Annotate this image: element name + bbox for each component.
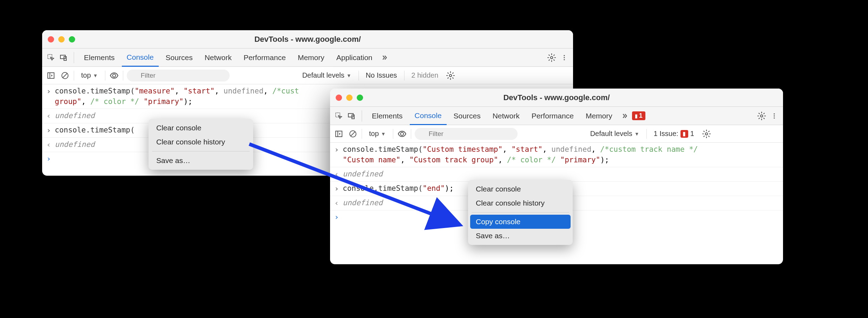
- console-settings-icon[interactable]: [701, 129, 712, 139]
- clear-console-icon[interactable]: [348, 129, 358, 139]
- sidebar-toggle-icon[interactable]: [46, 70, 56, 81]
- zoom-button[interactable]: [357, 95, 363, 101]
- tab-performance[interactable]: Performance: [239, 48, 291, 67]
- inspect-icon[interactable]: [46, 52, 56, 63]
- svg-line-23: [351, 132, 355, 136]
- svg-point-25: [705, 132, 708, 135]
- titlebar: DevTools - www.google.com/: [330, 89, 783, 107]
- tab-bar: Elements Console Sources Network Perform…: [42, 48, 573, 67]
- svg-point-12: [449, 74, 452, 77]
- window-title: DevTools - www.google.com/: [330, 93, 783, 102]
- inspect-icon[interactable]: [334, 111, 344, 121]
- window-title: DevTools - www.google.com/: [42, 35, 573, 44]
- svg-point-18: [774, 115, 775, 116]
- context-menu-1: Clear console Clear console history Save…: [149, 119, 253, 170]
- tab-elements[interactable]: Elements: [367, 107, 408, 125]
- menu-clear-console[interactable]: Clear console: [470, 182, 571, 196]
- menu-save-as[interactable]: Save as…: [470, 229, 571, 243]
- close-button[interactable]: [48, 36, 54, 43]
- close-button[interactable]: [336, 95, 342, 101]
- menu-clear-history[interactable]: Clear console history: [151, 135, 251, 149]
- hidden-text[interactable]: 2 hidden: [408, 71, 442, 79]
- svg-point-3: [551, 56, 553, 59]
- issue-badge: ▮: [680, 130, 688, 138]
- svg-point-4: [564, 55, 565, 56]
- context-menu-2: Clear console Clear console history Copy…: [468, 180, 573, 245]
- menu-save-as[interactable]: Save as…: [151, 154, 251, 168]
- svg-point-5: [564, 57, 565, 58]
- tab-network[interactable]: Network: [488, 107, 525, 125]
- console-toolbar: top ▼ Default levels ▼ No Issues 2 hidde…: [42, 67, 573, 84]
- console-output-row: undefined: [330, 167, 783, 182]
- menu-copy-console[interactable]: Copy console: [470, 215, 571, 229]
- console-settings-icon[interactable]: [445, 70, 456, 81]
- tab-network[interactable]: Network: [200, 48, 237, 67]
- filter-input[interactable]: [127, 70, 230, 82]
- kebab-icon[interactable]: [769, 111, 780, 121]
- svg-point-19: [774, 117, 775, 118]
- settings-icon[interactable]: [756, 111, 767, 121]
- filter-wrap: [415, 128, 583, 140]
- svg-line-10: [63, 73, 67, 78]
- svg-rect-20: [336, 131, 342, 137]
- filter-wrap: [127, 70, 295, 82]
- tab-memory[interactable]: Memory: [293, 48, 329, 67]
- menu-clear-console[interactable]: Clear console: [151, 121, 251, 135]
- tab-sources[interactable]: Sources: [449, 107, 486, 125]
- context-selector[interactable]: top ▼: [78, 71, 101, 80]
- console-code: console.timeStamp("Custom timestamp", "s…: [343, 144, 779, 166]
- issues-text[interactable]: No Issues: [362, 71, 401, 79]
- svg-point-24: [400, 132, 403, 135]
- window-controls: [48, 36, 75, 43]
- zoom-button[interactable]: [69, 36, 75, 43]
- more-tabs-icon[interactable]: [379, 52, 390, 63]
- clear-console-icon[interactable]: [60, 70, 70, 81]
- filter-input[interactable]: [415, 128, 518, 140]
- more-tabs-icon[interactable]: [619, 111, 630, 121]
- console-toolbar: top ▼ Default levels ▼ 1 Issue: ▮1: [330, 125, 783, 143]
- device-icon[interactable]: [58, 52, 69, 63]
- settings-icon[interactable]: [546, 52, 557, 63]
- console-input-row: console.timeStamp("Custom timestamp", "s…: [330, 143, 783, 167]
- tab-performance[interactable]: Performance: [527, 107, 579, 125]
- menu-clear-history[interactable]: Clear console history: [470, 196, 571, 210]
- tab-elements[interactable]: Elements: [79, 48, 120, 67]
- svg-point-6: [564, 59, 565, 60]
- tab-bar: Elements Console Sources Network Perform…: [330, 107, 783, 125]
- levels-selector[interactable]: Default levels ▼: [587, 129, 643, 138]
- svg-rect-7: [48, 73, 54, 78]
- device-icon[interactable]: [346, 111, 357, 121]
- svg-point-17: [774, 113, 775, 114]
- live-expression-icon[interactable]: [397, 129, 407, 139]
- live-expression-icon[interactable]: [109, 70, 119, 81]
- svg-point-11: [112, 74, 116, 77]
- issues-text[interactable]: 1 Issue: ▮1: [650, 130, 698, 138]
- window-controls: [336, 95, 363, 101]
- levels-selector[interactable]: Default levels ▼: [299, 71, 355, 80]
- svg-point-16: [761, 115, 763, 117]
- tab-memory[interactable]: Memory: [581, 107, 617, 125]
- tab-console[interactable]: Console: [410, 107, 447, 125]
- tab-application[interactable]: Application: [331, 48, 377, 67]
- error-badge[interactable]: ▮1: [632, 111, 645, 120]
- sidebar-toggle-icon[interactable]: [334, 129, 344, 139]
- minimize-button[interactable]: [58, 36, 65, 43]
- kebab-icon[interactable]: [559, 52, 570, 63]
- titlebar: DevTools - www.google.com/: [42, 30, 573, 48]
- context-selector[interactable]: top ▼: [366, 129, 389, 138]
- tab-console[interactable]: Console: [122, 48, 159, 67]
- minimize-button[interactable]: [346, 95, 353, 101]
- tab-sources[interactable]: Sources: [161, 48, 198, 67]
